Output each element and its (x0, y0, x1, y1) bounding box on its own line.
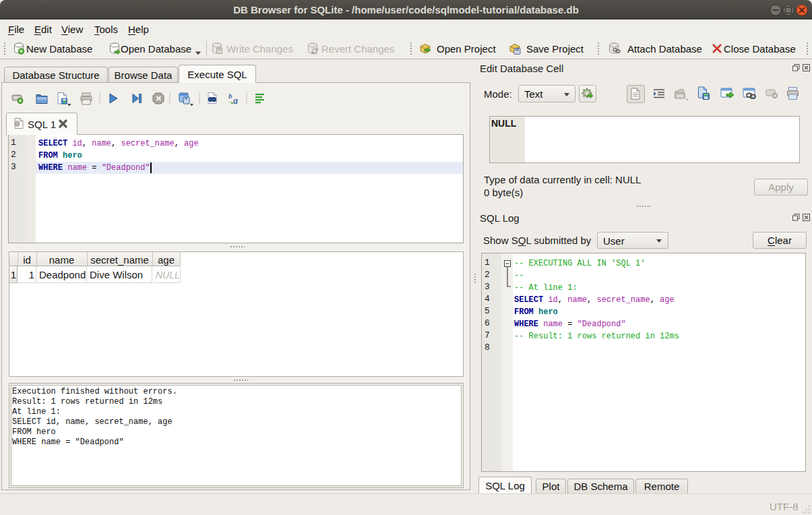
svg-text:a: a (233, 96, 238, 106)
svg-text:b: b (228, 92, 232, 100)
